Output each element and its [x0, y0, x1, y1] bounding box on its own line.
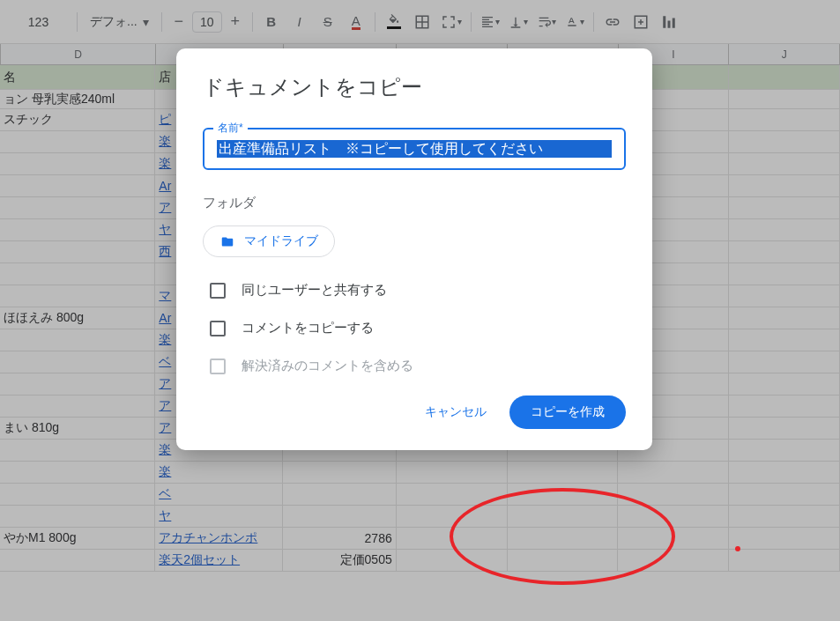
cell[interactable] — [729, 373, 840, 395]
cell[interactable] — [0, 285, 155, 307]
folder-picker-chip[interactable]: マイドライブ — [203, 225, 335, 257]
font-family-dropdown[interactable]: デフォ... ▾ — [83, 10, 156, 34]
cell[interactable] — [729, 307, 840, 329]
cell[interactable] — [0, 462, 155, 483]
cell[interactable] — [508, 550, 619, 571]
cell[interactable] — [397, 550, 508, 571]
number-format-button[interactable]: 123 — [5, 10, 71, 34]
insert-link-button[interactable] — [599, 9, 626, 35]
cell[interactable] — [508, 528, 619, 549]
increase-font-button[interactable]: + — [224, 9, 247, 35]
cell[interactable] — [729, 241, 840, 262]
cell[interactable]: ヤ — [155, 506, 283, 527]
cell[interactable] — [618, 550, 729, 571]
cell[interactable] — [729, 462, 840, 483]
separator — [375, 12, 375, 32]
cell[interactable] — [0, 263, 155, 285]
cell[interactable]: ほほえみ 800g — [0, 307, 155, 329]
cell[interactable] — [729, 440, 840, 461]
share-same-users-row[interactable]: 同じユーザーと共有する — [203, 282, 626, 299]
text-color-button[interactable]: A — [343, 9, 369, 35]
cell[interactable] — [0, 153, 155, 174]
column-header-J[interactable]: J — [729, 44, 840, 64]
italic-button[interactable]: I — [286, 9, 313, 35]
cell[interactable]: やかM1 800g — [0, 528, 155, 549]
cell[interactable] — [729, 329, 840, 351]
cell[interactable] — [729, 153, 840, 174]
vertical-align-button[interactable]: ▾ — [505, 9, 532, 35]
horizontal-align-button[interactable]: ▾ — [477, 9, 503, 35]
header-cell[interactable] — [729, 65, 840, 89]
insert-chart-button[interactable] — [656, 9, 682, 35]
cell[interactable]: ベ — [155, 484, 283, 505]
cell[interactable] — [0, 197, 155, 218]
cell[interactable] — [729, 219, 840, 240]
cell[interactable] — [397, 462, 508, 483]
fill-color-button[interactable] — [381, 9, 407, 35]
cell[interactable] — [283, 506, 397, 527]
cell[interactable] — [0, 241, 155, 262]
cell[interactable] — [397, 528, 508, 549]
cell[interactable] — [729, 396, 840, 417]
cell[interactable] — [0, 219, 155, 240]
column-header-D[interactable]: D — [1, 44, 156, 64]
cell[interactable] — [508, 506, 619, 527]
dialog-title: ドキュメントをコピー — [203, 73, 626, 101]
cell[interactable] — [729, 263, 840, 285]
cell[interactable] — [729, 528, 840, 549]
cell[interactable] — [618, 506, 729, 527]
cell[interactable] — [283, 484, 397, 505]
cell[interactable] — [729, 550, 840, 571]
strikethrough-button[interactable]: S — [315, 9, 341, 35]
cell[interactable]: 定価0505 — [283, 550, 397, 571]
cell[interactable]: 2786 — [283, 528, 397, 549]
borders-button[interactable] — [409, 9, 435, 35]
cell[interactable]: ョン 母乳実感240ml — [0, 90, 155, 108]
cell[interactable] — [729, 418, 840, 439]
cell[interactable]: 楽 — [155, 462, 283, 483]
cell[interactable] — [729, 285, 840, 307]
text-rotation-button[interactable]: ▾ — [561, 9, 588, 35]
document-name-input[interactable] — [217, 140, 612, 158]
text-wrap-button[interactable]: ▾ — [533, 9, 560, 35]
cell[interactable] — [729, 351, 840, 373]
cell[interactable] — [397, 484, 508, 505]
cell[interactable] — [508, 484, 619, 505]
cell[interactable] — [0, 484, 155, 505]
cell[interactable] — [729, 109, 840, 130]
cell[interactable] — [729, 90, 840, 108]
cell[interactable] — [729, 506, 840, 527]
cell[interactable] — [0, 396, 155, 417]
cell[interactable] — [0, 506, 155, 527]
font-size-input[interactable]: 10 — [192, 11, 222, 33]
cell[interactable] — [0, 175, 155, 196]
cell[interactable] — [0, 373, 155, 395]
cell[interactable] — [397, 506, 508, 527]
cell[interactable] — [0, 131, 155, 152]
cell[interactable] — [508, 462, 619, 483]
copy-comments-row[interactable]: コメントをコピーする — [203, 320, 626, 336]
cell[interactable] — [283, 462, 397, 483]
cell[interactable]: まい 810g — [0, 418, 155, 439]
cell[interactable] — [0, 440, 155, 461]
cell[interactable] — [0, 550, 155, 571]
cell[interactable] — [729, 175, 840, 196]
cancel-button[interactable]: キャンセル — [413, 396, 499, 428]
cell[interactable] — [729, 484, 840, 505]
cell[interactable] — [729, 131, 840, 152]
make-copy-button[interactable]: コピーを作成 — [509, 396, 626, 429]
insert-comment-button[interactable] — [628, 9, 654, 35]
cell[interactable]: アカチャンホンポ — [155, 528, 283, 549]
cell[interactable] — [0, 329, 155, 351]
bold-button[interactable]: B — [258, 9, 285, 35]
decrease-font-button[interactable]: − — [167, 9, 190, 35]
cell[interactable] — [618, 484, 729, 505]
cell[interactable] — [618, 462, 729, 483]
header-cell[interactable]: 名 — [0, 65, 155, 89]
cell[interactable] — [618, 528, 729, 549]
cell[interactable] — [729, 197, 840, 218]
merge-cells-button[interactable]: ▾ — [437, 9, 465, 35]
cell[interactable]: スチック — [0, 109, 155, 130]
cell[interactable] — [0, 351, 155, 373]
cell[interactable]: 楽天2個セット — [155, 550, 283, 571]
